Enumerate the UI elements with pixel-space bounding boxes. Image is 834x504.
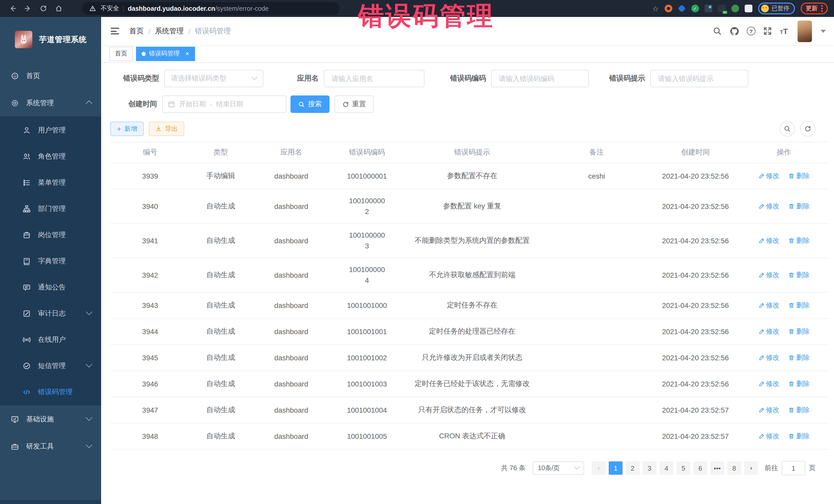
sidebar-item-dev-tools[interactable]: 研发工具 [0, 433, 101, 460]
app-name-input[interactable] [331, 74, 418, 83]
error-message-input[interactable] [657, 74, 742, 83]
page-button-8[interactable]: 8 [727, 461, 741, 475]
extension-icon[interactable] [731, 5, 739, 12]
delete-link[interactable]: 删除 [789, 202, 810, 211]
reset-button[interactable]: 重置 [335, 95, 374, 113]
sidebar-item-audit-log[interactable]: 审计日志 [0, 300, 101, 326]
browser-menu-icon[interactable] [821, 5, 823, 12]
extension-icon[interactable] [704, 5, 712, 12]
edit-link[interactable]: 修改 [758, 301, 780, 310]
user-menu-caret-icon[interactable] [821, 29, 826, 32]
extension-icon[interactable] [664, 5, 672, 12]
pager-ellipsis[interactable]: ••• [710, 461, 724, 475]
tag-home[interactable]: 首页 [109, 46, 133, 61]
sidebar-item-dict-management[interactable]: 字典管理 [0, 248, 101, 274]
edit-link[interactable]: 修改 [758, 270, 780, 280]
edit-link[interactable]: 修改 [758, 236, 780, 245]
show-search-toggle-button[interactable] [780, 121, 795, 136]
prev-page-button[interactable]: ‹ [592, 461, 606, 475]
sidebar-item-user-management[interactable]: 用户管理 [0, 117, 101, 143]
browser-reload-icon[interactable] [39, 4, 47, 13]
sidebar-item-home[interactable]: 首页 [0, 62, 101, 89]
tag-error-code-management[interactable]: 错误码管理 × [136, 46, 195, 61]
delete-link[interactable]: 删除 [789, 301, 810, 310]
next-page-button[interactable]: › [744, 461, 758, 475]
delete-link[interactable]: 删除 [789, 171, 810, 181]
help-icon[interactable]: ? [746, 27, 755, 36]
export-button[interactable]: 导出 [149, 122, 184, 136]
page-button-3[interactable]: 3 [642, 461, 656, 475]
extension-icon[interactable] [678, 4, 685, 12]
delete-link[interactable]: 删除 [789, 379, 810, 389]
sidebar-item-menu-management[interactable]: 菜单管理 [0, 169, 101, 196]
edit-link[interactable]: 修改 [758, 379, 780, 389]
browser-profile-badge[interactable]: 已暂停 [758, 3, 795, 14]
devtools-icon [11, 442, 19, 451]
table-row: 3943 自动生成 dashboard 1001001000 定时任务不存在 2… [110, 292, 829, 319]
gear-icon [11, 99, 19, 107]
delete-link[interactable]: 删除 [789, 327, 810, 336]
extension-icon[interactable]: ✓ [691, 5, 699, 12]
delete-link[interactable]: 删除 [789, 353, 810, 363]
delete-link[interactable]: 删除 [789, 236, 810, 245]
edit-link[interactable]: 修改 [758, 406, 780, 415]
edit-link[interactable]: 修改 [758, 171, 780, 181]
filter-form-row-2: 创建时间 开始日期 - 结束日期 搜索 [110, 95, 829, 113]
edit-link[interactable]: 修改 [758, 353, 780, 363]
hamburger-icon[interactable] [109, 26, 121, 37]
sidebar-item-infrastructure[interactable]: 基础设施 [0, 406, 101, 433]
browser-back-icon[interactable] [8, 4, 17, 13]
sidebar-item-system-management[interactable]: 系统管理 [0, 89, 101, 116]
sidebar-item-sms-management[interactable]: 短信管理 [0, 353, 101, 379]
cell-operations: 修改 删除 [739, 371, 829, 397]
delete-link[interactable]: 删除 [789, 432, 810, 441]
sidebar-item-notice-announcement[interactable]: 通知公告 [0, 274, 101, 300]
page-size-select[interactable]: 10条/页 [533, 461, 584, 475]
refresh-button[interactable] [800, 121, 815, 136]
table-toolbar: + 新增 导出 [110, 121, 829, 136]
sidebar-item-online-users[interactable]: 在线用户 [0, 326, 101, 353]
extension-icon[interactable] [718, 5, 725, 12]
add-button[interactable]: + 新增 [110, 122, 144, 136]
sidebar-item-role-management[interactable]: 角色管理 [0, 143, 101, 169]
org-tree-icon [23, 204, 31, 213]
app-logo-row[interactable]: 芋道管理系统 [0, 17, 101, 62]
address-bar[interactable]: 不安全 dashboard.yudao.iocoder.cn/system/er… [82, 2, 340, 15]
user-avatar[interactable] [797, 20, 812, 42]
cell-type: 自动生成 [190, 319, 251, 345]
fullscreen-icon[interactable] [763, 26, 772, 36]
cell-operations: 修改 删除 [739, 397, 829, 423]
delete-link[interactable]: 删除 [789, 270, 810, 280]
search-button[interactable]: 搜索 [290, 95, 329, 113]
date-range-picker[interactable]: 开始日期 - 结束日期 [162, 95, 286, 113]
breadcrumb-system[interactable]: 系统管理 [155, 26, 184, 36]
cell-remark [542, 258, 652, 292]
browser-update-button[interactable]: 更新 [800, 3, 828, 14]
announcement-icon [23, 283, 31, 291]
app-logo [15, 31, 32, 48]
error-type-select[interactable]: 请选择错误码类型 [164, 70, 263, 87]
breadcrumb-home[interactable]: 首页 [129, 26, 144, 36]
goto-page-input[interactable] [782, 461, 805, 475]
page-button-6[interactable]: 6 [694, 461, 707, 475]
edit-link[interactable]: 修改 [758, 202, 780, 211]
sidebar-item-post-management[interactable]: 岗位管理 [0, 222, 101, 248]
edit-link[interactable]: 修改 [758, 327, 780, 336]
page-button-4[interactable]: 4 [659, 461, 673, 475]
browser-forward-icon[interactable] [24, 4, 32, 13]
tag-close-icon[interactable]: × [185, 50, 189, 57]
search-icon[interactable] [712, 26, 722, 36]
page-button-2[interactable]: 2 [626, 461, 639, 475]
page-button-1[interactable]: 1 [609, 461, 622, 475]
browser-home-icon[interactable] [54, 4, 63, 13]
sidebar-item-dept-management[interactable]: 部门管理 [0, 196, 101, 222]
edit-link[interactable]: 修改 [758, 432, 780, 441]
bookmark-star-icon[interactable]: ☆ [652, 4, 659, 13]
error-code-input[interactable] [498, 74, 582, 83]
delete-link[interactable]: 删除 [789, 406, 810, 415]
page-button-5[interactable]: 5 [676, 461, 690, 475]
sidebar-item-error-code-management[interactable]: 错误码管理 [0, 379, 101, 405]
github-icon[interactable] [729, 26, 739, 36]
font-size-icon[interactable]: TT [780, 27, 788, 35]
extensions-puzzle-icon[interactable] [744, 5, 752, 12]
